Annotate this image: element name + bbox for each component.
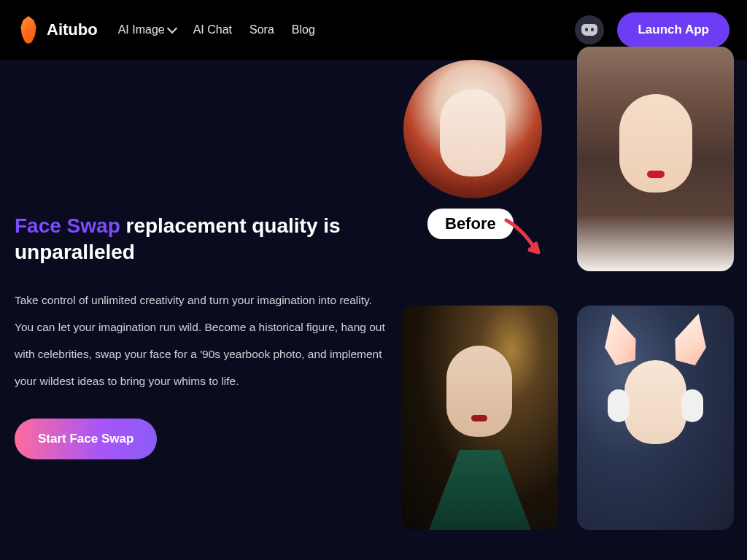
brand-name: Aitubo	[47, 20, 98, 39]
discord-button[interactable]	[575, 15, 604, 44]
result-image-3	[577, 306, 734, 530]
discord-icon	[581, 24, 597, 36]
hero-heading: Face Swap replacement quality is unparal…	[15, 213, 387, 266]
main-content: Face Swap replacement quality is unparal…	[0, 60, 747, 560]
portrait-placeholder	[401, 306, 558, 530]
start-face-swap-button[interactable]: Start Face Swap	[15, 419, 157, 459]
heading-highlight: Face Swap	[15, 214, 120, 237]
result-image-1	[577, 47, 734, 271]
nav-blog[interactable]: Blog	[292, 23, 315, 36]
logo-icon	[18, 16, 39, 44]
hero-text: Face Swap replacement quality is unparal…	[15, 213, 387, 459]
nav-ai-chat[interactable]: AI Chat	[193, 23, 232, 36]
chevron-down-icon	[167, 23, 177, 34]
portrait-placeholder	[577, 47, 734, 271]
brand-logo[interactable]: Aitubo	[18, 16, 98, 44]
header-left: Aitubo AI Image AI Chat Sora Blog	[18, 16, 315, 44]
before-avatar	[403, 60, 542, 198]
nav-ai-chat-label: AI Chat	[193, 23, 232, 36]
hero-description: Take control of unlimited creativity and…	[15, 287, 387, 395]
before-card: Before	[392, 60, 553, 239]
nav-sora[interactable]: Sora	[249, 23, 274, 36]
main-nav: AI Image AI Chat Sora Blog	[118, 23, 315, 36]
nav-ai-image[interactable]: AI Image	[118, 23, 176, 36]
header-right: Launch App	[575, 12, 729, 47]
portrait-placeholder	[577, 306, 734, 530]
launch-app-button[interactable]: Launch App	[617, 12, 729, 47]
result-image-2	[401, 306, 558, 530]
arrow-icon	[500, 214, 551, 265]
nav-blog-label: Blog	[292, 23, 315, 36]
nav-ai-image-label: AI Image	[118, 23, 165, 36]
face-placeholder	[440, 89, 506, 176]
nav-sora-label: Sora	[249, 23, 274, 36]
